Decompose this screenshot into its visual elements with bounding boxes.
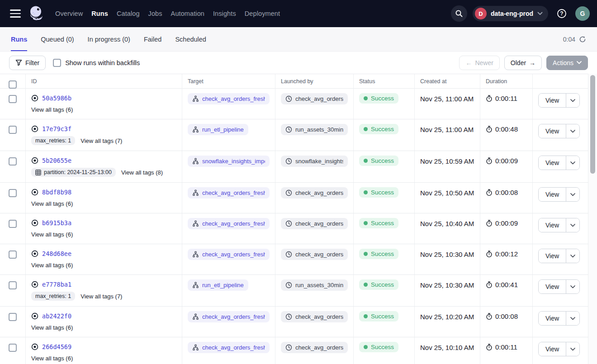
target-pill[interactable]: check_avg_orders_freshne — [188, 187, 270, 199]
run-id-link[interactable]: 8bdf8b98 — [42, 189, 71, 196]
view-button[interactable]: View — [539, 218, 566, 232]
help-button[interactable]: ? — [554, 5, 570, 22]
run-id-link[interactable]: 50a5986b — [42, 95, 71, 102]
row-checkbox[interactable] — [9, 281, 17, 289]
target-cell: check_avg_orders_freshne — [182, 183, 275, 213]
newer-button-label: Newer — [475, 59, 493, 66]
dagster-logo[interactable] — [27, 5, 45, 23]
view-button[interactable]: View — [539, 188, 566, 201]
run-id-link[interactable]: 266d4569 — [42, 343, 71, 350]
run-id-link[interactable]: e7778ba1 — [42, 281, 71, 288]
launched-by-pill[interactable]: run_assets_30min — [281, 124, 348, 135]
row-checkbox[interactable] — [9, 189, 17, 197]
row-checkbox[interactable] — [9, 95, 17, 103]
view-dropdown-button[interactable] — [566, 280, 579, 293]
run-id-link[interactable]: ab2422f0 — [42, 312, 71, 320]
view-dropdown-button[interactable] — [566, 342, 579, 356]
view-all-tags-link[interactable]: View all tags (6) — [31, 262, 73, 269]
tab-scheduled[interactable]: Scheduled — [175, 27, 206, 51]
target-pill[interactable]: check_avg_orders_freshne — [188, 311, 270, 322]
tab-runs[interactable]: Runs — [11, 27, 27, 51]
user-avatar[interactable]: G — [575, 6, 590, 21]
view-dropdown-button[interactable] — [566, 249, 579, 263]
launched-by-pill[interactable]: check_avg_orders_f… — [281, 93, 348, 104]
search-button[interactable] — [451, 5, 467, 22]
show-backfills-checkbox[interactable] — [53, 59, 61, 67]
view-all-tags-link[interactable]: View all tags (6) — [31, 231, 73, 238]
run-id-link[interactable]: 248d68ee — [42, 250, 71, 257]
filter-button-label: Filter — [25, 59, 39, 66]
newer-button[interactable]: ← Newer — [459, 56, 499, 70]
select-all-checkbox[interactable] — [9, 80, 17, 89]
target-pill[interactable]: check_avg_orders_freshne — [188, 342, 270, 353]
view-all-tags-link[interactable]: View all tags (6) — [31, 200, 73, 207]
run-id-link[interactable]: 5b20655e — [42, 157, 71, 164]
show-backfills-label: Show runs within backfills — [65, 59, 140, 66]
tab-queued-0[interactable]: Queued (0) — [41, 27, 74, 51]
target-pill[interactable]: run_etl_pipeline — [188, 279, 248, 291]
view-button[interactable]: View — [539, 312, 566, 325]
target-pill[interactable]: run_etl_pipeline — [188, 124, 248, 135]
nav-item-overview[interactable]: Overview — [55, 10, 83, 17]
target-pill[interactable]: check_avg_orders_freshne — [188, 93, 270, 104]
launched-by-pill[interactable]: check_avg_orders_f… — [281, 218, 348, 229]
status-cell: Success — [354, 307, 415, 337]
view-button[interactable]: View — [539, 249, 566, 263]
tag-pill[interactable]: max_retries: 1 — [31, 136, 75, 145]
row-checkbox[interactable] — [9, 157, 17, 165]
row-checkbox[interactable] — [9, 220, 17, 228]
launched-by-pill[interactable]: check_avg_orders_f… — [281, 342, 348, 353]
view-all-tags-link[interactable]: View all tags (8) — [121, 169, 163, 176]
view-all-tags-link[interactable]: View all tags (7) — [81, 293, 122, 300]
actions-button[interactable]: Actions — [546, 56, 588, 70]
refresh-icon[interactable] — [579, 36, 586, 43]
target-pill[interactable]: snowflake_insights_import — [188, 156, 270, 167]
tab-in-progress-0[interactable]: In progress (0) — [88, 27, 130, 51]
deployment-switcher[interactable]: D data-eng-prod — [473, 6, 548, 21]
nav-item-catalog[interactable]: Catalog — [117, 10, 140, 17]
older-button[interactable]: Older → — [504, 56, 542, 70]
view-dropdown-button[interactable] — [566, 94, 579, 107]
view-dropdown-button[interactable] — [566, 124, 579, 138]
target-pill[interactable]: check_avg_orders_freshne — [188, 218, 270, 229]
tab-failed[interactable]: Failed — [144, 27, 162, 51]
filter-button[interactable]: Filter — [9, 56, 46, 70]
nav-item-automation[interactable]: Automation — [171, 10, 204, 17]
view-dropdown-button[interactable] — [566, 312, 579, 325]
tag-pill[interactable]: partition: 2024-11-25-13:00 — [31, 168, 116, 177]
scrollbar-thumb[interactable] — [590, 75, 595, 174]
view-button[interactable]: View — [539, 280, 566, 293]
nav-item-deployment[interactable]: Deployment — [245, 10, 280, 17]
view-all-tags-link[interactable]: View all tags (7) — [81, 137, 122, 144]
hamburger-menu-icon[interactable] — [10, 9, 21, 18]
view-dropdown-button[interactable] — [566, 218, 579, 232]
nav-item-jobs[interactable]: Jobs — [148, 10, 162, 17]
backfills-checkbox-wrap[interactable]: Show runs within backfills — [53, 59, 140, 67]
view-dropdown-button[interactable] — [566, 156, 579, 170]
view-button[interactable]: View — [539, 94, 566, 107]
launched-by-pill[interactable]: check_avg_orders_f… — [281, 187, 348, 199]
view-all-tags-link[interactable]: View all tags (6) — [31, 355, 73, 362]
nav-item-runs[interactable]: Runs — [91, 10, 108, 17]
run-id-link[interactable]: b6915b3a — [42, 219, 71, 227]
launched-by-pill[interactable]: snowflake_insights_… — [281, 156, 348, 167]
row-checkbox[interactable] — [9, 344, 17, 352]
view-dropdown-button[interactable] — [566, 188, 579, 201]
tag-pill[interactable]: max_retries: 1 — [31, 292, 75, 301]
launched-by-pill[interactable]: check_avg_orders_f… — [281, 249, 348, 260]
view-button[interactable]: View — [539, 156, 566, 170]
deployment-badge: D — [475, 8, 487, 19]
row-checkbox[interactable] — [9, 313, 17, 321]
run-id-link[interactable]: 17e79c3f — [42, 125, 71, 132]
view-all-tags-link[interactable]: View all tags (6) — [31, 324, 73, 331]
view-all-tags-link[interactable]: View all tags (6) — [31, 106, 73, 113]
nav-item-insights[interactable]: Insights — [213, 10, 236, 17]
launched-by-pill[interactable]: check_avg_orders_f… — [281, 311, 348, 322]
view-button[interactable]: View — [539, 124, 566, 138]
target-pill[interactable]: check_avg_orders_freshne — [188, 249, 270, 260]
view-button[interactable]: View — [539, 342, 566, 356]
vertical-scrollbar[interactable] — [588, 74, 597, 364]
row-checkbox[interactable] — [9, 251, 17, 259]
launched-by-pill[interactable]: run_assets_30min — [281, 279, 348, 291]
row-checkbox[interactable] — [9, 126, 17, 134]
